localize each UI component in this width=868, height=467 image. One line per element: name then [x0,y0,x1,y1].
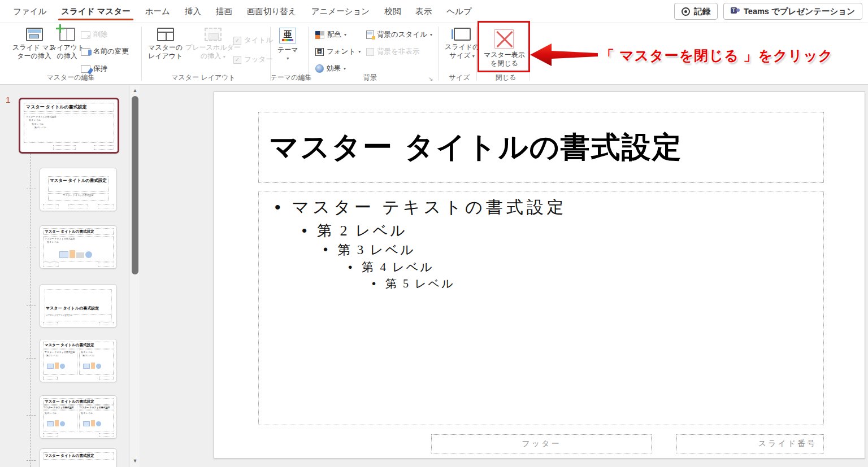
insert-placeholder-icon [205,28,222,41]
thumbnail-comparison-layout[interactable]: マスター タイトルの書式設定 マスター テキストの書式設定 マスター テキストの… [40,395,117,439]
chevron-down-icon: ▾ [223,54,225,59]
background-dialog-launcher-icon[interactable]: ↘ [428,76,433,82]
tab-home[interactable]: ホーム [138,0,177,23]
mini-caption-left: マスター テキストの書式設定 [43,405,77,409]
body-placeholder[interactable]: •マスター テキストの書式設定 •第 2 レベル •第 3 レベル •第 4 レ… [258,191,824,425]
group-master-edit-label: マスターの編集 [34,73,107,82]
content-icons [47,363,65,369]
mini-footer-placeholder [53,145,76,150]
hide-background-label: 背景を非表示 [377,47,419,56]
mini-content-right: 第 2 レベル [79,411,114,431]
fonts-button[interactable]: 亜 フォント ▾ [315,47,361,56]
fonts-icon: 亜 [315,48,324,56]
thumbnail-title-slide-layout[interactable]: マスター タイトルの書式設定 マスター テキストの書式設定 [40,168,117,211]
master-layout-icon [157,28,174,41]
thumbnail-title: マスター タイトルの書式設定 [43,342,114,348]
mini-subtitle-placeholder: マスター テキストの書式設定 [48,193,108,201]
bullet-level-2: •第 2 レベル [302,221,407,241]
tab-draw[interactable]: 描画 [209,0,240,23]
tab-review[interactable]: 校閲 [377,0,408,23]
bullet-level-1: •マスター テキストの書式設定 [275,196,567,219]
effects-button[interactable]: 効果 ▾ [315,64,346,73]
mini-date-placeholder [43,263,59,267]
teams-icon [731,7,740,15]
tab-animations[interactable]: アニメーション [304,0,377,23]
record-icon [682,7,690,16]
insert-layout-icon [59,28,75,41]
title-placeholder[interactable]: マスター タイトルの書式設定 [258,112,824,183]
layout-connector-stub [27,247,36,247]
tab-file[interactable]: ファイル [6,0,54,23]
title-checkbox: ✓ タイトル [233,36,273,45]
content-icons [83,363,101,369]
thumbnail-title: マスター タイトルの書式設定 [46,306,111,313]
checkbox-checked-icon: ✓ [233,37,241,45]
checkbox-checked-icon: ✓ [233,56,241,64]
layout-connector-stub [27,415,36,416]
layout-connector-stub [27,305,36,306]
slide-size-button[interactable]: スライドの サイズ ▾ [442,26,481,62]
rename-icon [81,48,90,56]
scroll-up-icon[interactable]: ▲ [130,88,140,93]
mini-content-right: 第 2 レベル第 3 レベル [79,350,114,375]
mini-caption-right: マスター テキストの書式設定 [79,405,114,409]
callout-arrow-icon [529,42,599,68]
effects-icon [315,64,324,73]
background-styles-label: 背景のスタイル [377,30,427,40]
thumbnail-title-only-layout[interactable]: マスター タイトルの書式設定 [40,448,117,467]
mini-subtext: マスター テキストの書式設定 [46,314,111,317]
teams-label: Teams でプレゼンテーション [744,6,855,17]
scroll-down-icon[interactable]: ▼ [130,458,140,464]
mini-content-left: 第 2 レベル [43,411,77,431]
menu-bar: ファイル スライド マスター ホーム 挿入 描画 画面切り替え アニメーション … [0,0,868,23]
group-separator [438,27,439,81]
tab-transitions[interactable]: 画面切り替え [240,0,304,23]
thumbnail-section-header-layout[interactable]: マスター タイトルの書式設定 マスター テキストの書式設定 [40,284,117,328]
group-theme-edit-label: テーマの編集 [268,73,314,82]
preserve-button[interactable]: 保持 [81,64,107,73]
rename-button[interactable]: 名前の変更 [81,47,129,56]
slide-thumbnail-panel: 1 マスター タイトルの書式設定 マスター テキストの書式設定 第 2 レベル … [0,85,141,467]
tab-help[interactable]: ヘルプ [439,0,479,23]
close-master-view-button[interactable]: マスター表示 を閉じる [481,28,527,69]
preserve-label: 保持 [93,64,107,73]
theme-label: テーマ [277,46,298,54]
menubar-right: 記録 Teams でプレゼンテーション [674,3,868,20]
footer-checkbox-label: フッター [244,55,273,64]
slide-number-placeholder[interactable]: スライド番号 [676,434,824,453]
background-styles-button[interactable]: 背景のスタイル ▾ [366,30,432,40]
colors-button[interactable]: 配色 ▾ [315,30,346,40]
group-master-layout-label: マスター レイアウト [164,73,243,82]
mini-number-placeholder [98,204,114,208]
mini-number-placeholder [98,263,114,267]
thumbnail-title: マスター タイトルの書式設定 [24,103,114,112]
content-icons [47,420,65,426]
panel-scrollbar[interactable]: ▲ ▼ [129,85,140,467]
master-layout-label: マスターの レイアウト [148,43,183,60]
thumbnail-two-content-layout[interactable]: マスター タイトルの書式設定 マスター テキストの書式設定第 2 レベル 第 2… [40,339,117,382]
tab-slide-master[interactable]: スライド マスター [54,0,137,23]
present-in-teams-button[interactable]: Teams でプレゼンテーション [723,3,862,20]
checkbox-unchecked-icon [366,48,374,56]
mini-footer-placeholder [68,204,88,208]
scrollbar-thumb[interactable] [132,96,138,274]
master-layout-button[interactable]: マスターの レイアウト [146,26,185,62]
layout-connector-stub [27,189,36,189]
thumbnail-master[interactable]: マスター タイトルの書式設定 マスター テキストの書式設定 第 2 レベル 第 … [19,98,119,154]
slide-canvas[interactable]: マスター タイトルの書式設定 •マスター テキストの書式設定 •第 2 レベル … [214,91,865,459]
tab-view[interactable]: 表示 [408,0,439,23]
chevron-down-icon: ▾ [344,67,346,71]
theme-button[interactable]: 亜 テーマ ▾ [275,26,301,63]
chevron-down-icon: ▾ [472,54,475,59]
footer-placeholder[interactable]: フッター [431,434,652,453]
delete-button: ✕ 削除 [81,30,107,40]
chevron-down-icon: ▾ [287,56,289,61]
callout-text: 「 マスターを閉じる 」をクリック [600,46,833,65]
thumbnail-title-content-layout[interactable]: マスター タイトルの書式設定 マスター テキストの書式設定 第 2 レベル [40,225,117,269]
colors-label: 配色 [327,30,341,40]
mini-number-placeholder [99,377,114,380]
tab-insert[interactable]: 挿入 [177,0,209,23]
mini-date-placeholder [43,377,58,380]
record-button[interactable]: 記録 [674,3,718,20]
mini-content-placeholder: マスター テキストの書式設定 第 2 レベル [43,236,114,261]
